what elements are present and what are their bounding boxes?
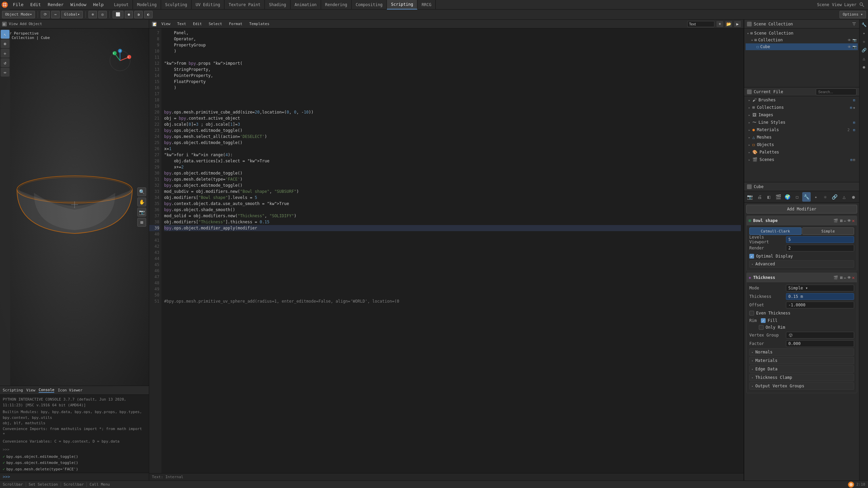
cube-render-icon[interactable]: 📷: [852, 45, 856, 49]
tab-sculpting[interactable]: Sculpting: [161, 0, 192, 9]
tab-layout[interactable]: Layout: [110, 0, 133, 9]
tab-compositing[interactable]: Compositing: [352, 0, 387, 9]
viewport-menu-icon[interactable]: ⊞: [2, 22, 7, 26]
mod-vis-icon[interactable]: 👁: [847, 219, 851, 223]
output-props-tab[interactable]: 🖨: [755, 192, 764, 202]
tab-rrcg[interactable]: RRCG: [417, 0, 436, 9]
wrench-icon[interactable]: 🔧: [860, 21, 868, 28]
mode-selector[interactable]: Object Mode ▾: [2, 11, 35, 18]
palettes-item[interactable]: ▸ 🎨 Palettes: [744, 148, 859, 156]
menu-edit[interactable]: Edit: [27, 0, 44, 9]
editor-menu-icon[interactable]: 📝: [152, 22, 157, 26]
world-props-tab[interactable]: 🌍: [783, 192, 792, 202]
tab-scripting[interactable]: Scripting: [387, 0, 417, 9]
menu-window[interactable]: Window: [67, 0, 90, 9]
materials-item[interactable]: ▸ ● Materials 2 ⊞: [744, 126, 859, 134]
scene-collection-item[interactable]: ▾ ⊞ Scene Collection: [746, 30, 858, 37]
material-btn[interactable]: ◑: [134, 11, 143, 18]
render-btn[interactable]: ◐: [144, 11, 153, 18]
line-styles-item[interactable]: ▸ 〜 Line Styles ⊞: [744, 119, 859, 126]
view-layer-props-tab[interactable]: ◧: [765, 192, 773, 202]
templates-menu-btn[interactable]: Templates: [247, 22, 272, 26]
scenes-item[interactable]: ▸ 🎬 Scenes ⊞ ⊞: [744, 156, 859, 163]
collections-item[interactable]: ▸ ⊞ Collections ⊞ ◈: [744, 104, 859, 111]
add-modifier-button[interactable]: Add Modifier: [746, 205, 857, 214]
thick-render-icon[interactable]: 🖥: [839, 276, 843, 280]
material-icon-rs[interactable]: ●: [860, 63, 868, 71]
thick-edit-icon[interactable]: ✏: [844, 276, 846, 280]
mod-close-icon[interactable]: ✕: [852, 218, 855, 223]
simple-btn[interactable]: Simple: [802, 227, 854, 235]
thick-cam-icon[interactable]: 🎬: [833, 276, 838, 280]
tab-icon-viewer[interactable]: Icon Viewer: [58, 388, 82, 392]
output-vg-header[interactable]: ▸ Output Vertex Groups: [749, 382, 854, 390]
console-input[interactable]: [12, 475, 146, 479]
select-tool[interactable]: ↖: [1, 30, 9, 39]
view-menu[interactable]: View: [9, 22, 18, 26]
filename-input[interactable]: [687, 21, 714, 27]
mod-render-icon[interactable]: 🖥: [839, 219, 843, 223]
mod-edit-icon[interactable]: ✏: [844, 219, 846, 223]
search-icon[interactable]: [859, 2, 865, 7]
camera-icon[interactable]: 📷: [137, 208, 146, 217]
fill-checkbox[interactable]: ✓: [761, 318, 766, 323]
even-thickness-checkbox[interactable]: [749, 311, 754, 316]
format-menu-btn[interactable]: Format: [227, 22, 244, 26]
select-menu-btn[interactable]: Select: [207, 22, 224, 26]
thick-vis-icon[interactable]: 👁: [847, 276, 851, 280]
cube-vis-icon[interactable]: 👁: [848, 45, 851, 49]
snap-btn[interactable]: ⊕: [88, 11, 97, 18]
tab-texture-paint[interactable]: Texture Paint: [224, 0, 265, 9]
render-props-tab[interactable]: 📷: [746, 192, 754, 202]
global-btn[interactable]: Global ▾: [61, 11, 83, 18]
wireframe-btn[interactable]: ⬜: [113, 11, 123, 18]
data-search-input[interactable]: [816, 88, 856, 95]
catmull-clark-btn[interactable]: Catmull-Clark: [749, 227, 802, 235]
tab-scripting-view[interactable]: Scripting: [3, 388, 23, 392]
offset-value[interactable]: -1.0000: [786, 302, 854, 308]
run-btn[interactable]: ▶: [734, 21, 741, 27]
scale-tool[interactable]: ⇔: [1, 68, 9, 77]
data-props-tab[interactable]: △: [840, 192, 849, 202]
tab-console[interactable]: Console: [39, 388, 54, 393]
modifier-props-tab[interactable]: 🔧: [802, 192, 811, 202]
meshes-item[interactable]: ▸ △ Meshes: [744, 134, 859, 141]
particle-props-tab[interactable]: ✦: [811, 192, 820, 202]
materials-header[interactable]: ▸ Materials: [749, 357, 854, 364]
object-menu[interactable]: Object: [28, 22, 42, 26]
filter-icon[interactable]: [852, 22, 856, 26]
proportional-btn[interactable]: ◎: [98, 11, 107, 18]
text-menu-btn[interactable]: Text: [175, 22, 189, 26]
tab-modeling[interactable]: Modeling: [133, 0, 161, 9]
thickness-clamp-header[interactable]: ▸ Thickness Clamp: [749, 374, 854, 381]
normals-header[interactable]: ▸ Normals: [749, 348, 854, 356]
physics-icon-rs[interactable]: ⚛: [860, 38, 868, 45]
move-tool[interactable]: ✛: [1, 49, 9, 58]
objects-item[interactable]: ▸ ◻ Objects: [744, 141, 859, 148]
rotate-tool[interactable]: ↺: [1, 58, 9, 67]
viewport-gizmo[interactable]: X Y Z: [108, 49, 132, 74]
cube-item[interactable]: ◻ Cube 👁 📷: [746, 43, 858, 50]
magnify-icon[interactable]: 🔍: [137, 187, 146, 196]
thickness-field-value[interactable]: 0.15 m: [786, 293, 854, 300]
options-btn[interactable]: Options ▾: [840, 11, 866, 18]
particle-icon-rs[interactable]: ✦: [860, 29, 868, 37]
collection-item[interactable]: ▾ ⊞ Collection 👁 📷: [746, 37, 858, 43]
render-icon-ol[interactable]: 📷: [852, 38, 856, 42]
constraints-props-tab[interactable]: 🔗: [830, 192, 839, 202]
vg-value[interactable]: [786, 332, 854, 339]
only-rim-checkbox[interactable]: [759, 325, 764, 330]
object-props-tab[interactable]: ◻: [793, 192, 802, 202]
tab-shading[interactable]: Shading: [265, 0, 291, 9]
open-file-btn[interactable]: 📂: [725, 21, 732, 27]
menu-render[interactable]: Render: [44, 0, 67, 9]
tab-animation[interactable]: Animation: [291, 0, 321, 9]
thick-close-icon[interactable]: ✕: [852, 275, 855, 280]
hand-icon[interactable]: ✋: [137, 198, 146, 206]
edge-data-header[interactable]: ▸ Edge Data: [749, 365, 854, 373]
constraint-icon-rs[interactable]: 🔗: [860, 46, 868, 54]
solid-btn[interactable]: ●: [125, 11, 133, 18]
new-file-btn[interactable]: +: [716, 21, 723, 27]
factor-value[interactable]: 0.000: [786, 340, 854, 347]
menu-file[interactable]: File: [9, 0, 27, 9]
